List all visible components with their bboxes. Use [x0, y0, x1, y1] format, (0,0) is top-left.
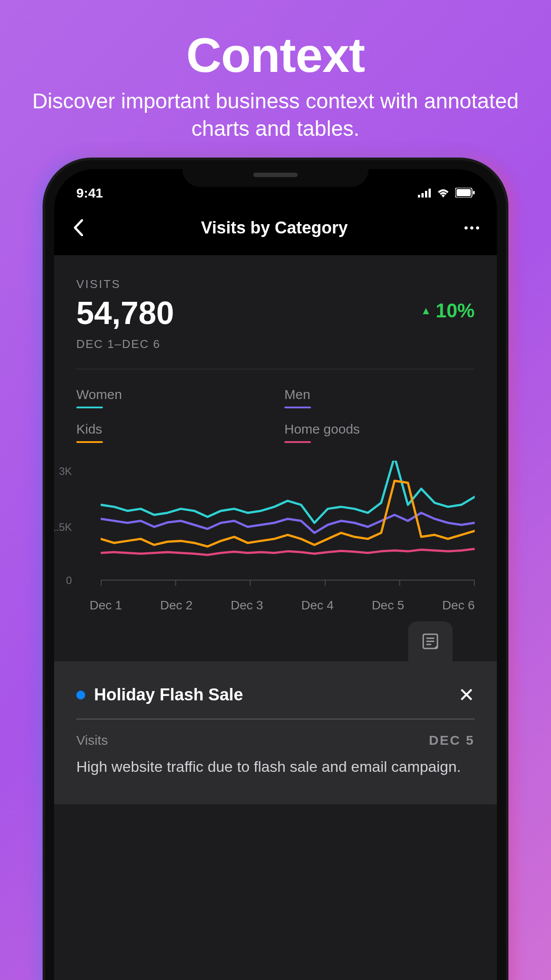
legend-item[interactable]: Kids: [76, 422, 267, 443]
page-title: Visits by Category: [201, 218, 348, 237]
x-tick-label: Dec 6: [442, 598, 475, 612]
svg-rect-2: [425, 191, 427, 198]
legend-label: Men: [284, 387, 475, 402]
more-button[interactable]: [464, 226, 479, 229]
annotation-title-row: Holiday Flash Sale: [76, 685, 243, 704]
phone-screen: 9:41 Visits by Category: [54, 169, 497, 980]
legend-swatch: [284, 441, 311, 443]
legend-label: Home goods: [284, 422, 475, 437]
nav-bar: Visits by Category: [54, 205, 497, 255]
svg-rect-5: [457, 189, 471, 196]
note-icon: [421, 632, 440, 651]
legend-item[interactable]: Men: [284, 387, 475, 408]
legend-label: Women: [76, 387, 267, 402]
svg-rect-3: [429, 189, 431, 198]
x-tick-label: Dec 1: [90, 598, 122, 612]
line-chart[interactable]: 3K 1.5K 0: [76, 461, 475, 594]
x-tick-label: Dec 2: [160, 598, 193, 612]
y-tick-label: 1.5K: [54, 521, 72, 533]
x-tick: [101, 581, 102, 586]
x-tick: [325, 581, 326, 586]
marketing-header: Context Discover important business cont…: [0, 0, 551, 161]
chart-plot-area: [101, 461, 475, 581]
x-tick-label: Dec 5: [372, 598, 404, 612]
svg-rect-1: [421, 193, 424, 198]
x-tick: [474, 581, 475, 586]
annotation-date: DEC 5: [429, 733, 475, 748]
battery-icon: [455, 186, 475, 201]
x-axis-labels: Dec 1Dec 2Dec 3Dec 4Dec 5Dec 6: [76, 598, 475, 612]
svg-rect-0: [418, 195, 420, 198]
legend-item[interactable]: Home goods: [284, 422, 475, 443]
metric-value: 54,780: [76, 295, 174, 331]
annotation-toggle-button[interactable]: [408, 621, 453, 661]
metric-left: VISITS 54,780 DEC 1–DEC 6: [76, 277, 174, 351]
content-area: VISITS 54,780 DEC 1–DEC 6 ▲ 10% WomenMen…: [54, 255, 497, 980]
back-button[interactable]: [72, 218, 84, 237]
svg-rect-6: [473, 191, 475, 194]
chart-legend: WomenMenKidsHome goods: [76, 369, 475, 456]
annotation-header: Holiday Flash Sale ✕: [76, 684, 475, 719]
annotation-title: Holiday Flash Sale: [94, 685, 243, 704]
wifi-icon: [437, 186, 450, 201]
y-tick-label: 0: [66, 574, 72, 587]
y-tick-label: 3K: [59, 465, 72, 478]
annotation-metric-label: Visits: [76, 733, 108, 748]
annotation-dot-icon: [76, 691, 85, 699]
metric-date-range: DEC 1–DEC 6: [76, 337, 174, 351]
status-indicators: [418, 186, 475, 201]
annotation-body: High website traffic due to flash sale a…: [76, 756, 475, 778]
marketing-title: Context: [27, 27, 524, 83]
phone-frame: 9:41 Visits by Category: [43, 158, 508, 980]
phone-notch: [182, 160, 369, 187]
metric-change-value: 10%: [436, 300, 475, 322]
annotation-meta: Visits DEC 5: [76, 733, 475, 748]
chart-series-line: [101, 549, 475, 555]
x-tick-label: Dec 4: [301, 598, 334, 612]
legend-swatch: [76, 441, 103, 443]
x-tick: [175, 581, 176, 586]
metric-label: VISITS: [76, 277, 174, 291]
status-time: 9:41: [76, 186, 103, 201]
legend-swatch: [76, 407, 103, 408]
annotation-panel: Holiday Flash Sale ✕ Visits DEC 5 High w…: [54, 661, 497, 804]
x-tick: [399, 581, 400, 586]
marketing-subtitle: Discover important business context with…: [27, 87, 524, 143]
x-ticks: [101, 581, 475, 586]
legend-item[interactable]: Women: [76, 387, 267, 408]
metric-summary: VISITS 54,780 DEC 1–DEC 6 ▲ 10%: [76, 277, 475, 369]
x-tick: [250, 581, 251, 586]
legend-label: Kids: [76, 422, 267, 437]
close-button[interactable]: ✕: [458, 684, 475, 706]
metric-change: ▲ 10%: [421, 300, 475, 322]
cellular-icon: [418, 186, 431, 201]
up-arrow-icon: ▲: [421, 304, 431, 317]
legend-swatch: [284, 407, 311, 408]
x-tick-label: Dec 3: [231, 598, 263, 612]
